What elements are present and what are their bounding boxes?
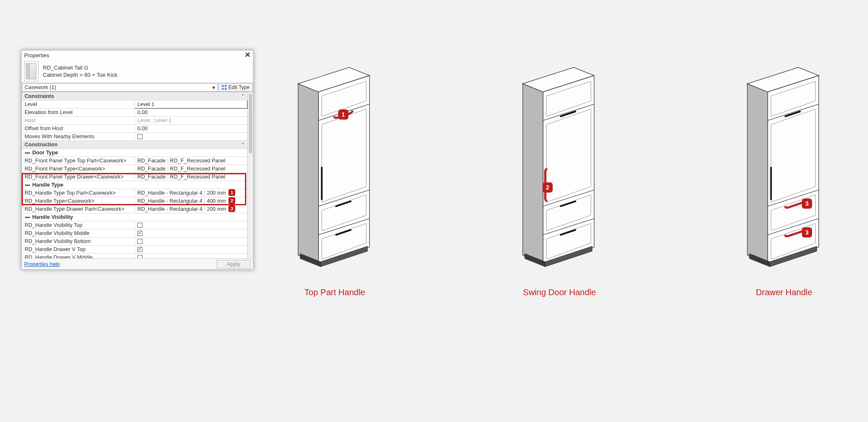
subheader-handle-type: Handle Type (22, 181, 248, 189)
edit-type-button[interactable]: Edit Type (219, 83, 253, 92)
prop-label: RD_Handle Type Drawer Part<Casework> (22, 205, 135, 213)
prop-label: RD_Front Panel Type Top Part<Casework> (22, 157, 135, 165)
prop-label: RD_Handle Visibility Top (22, 221, 135, 229)
checkbox[interactable] (137, 223, 142, 228)
panel-title: Properties (24, 52, 49, 59)
group-construction[interactable]: Construction⌃ (22, 141, 248, 149)
checkbox[interactable] (137, 239, 142, 244)
prop-value[interactable]: 0.00 (135, 109, 248, 117)
edit-type-label: Edit Type (228, 84, 250, 90)
prop-value[interactable] (135, 221, 248, 229)
apply-button[interactable]: Apply (217, 260, 250, 268)
checkbox[interactable] (137, 255, 142, 259)
prop-label: Offset from Host (22, 125, 135, 133)
prop-label: Level (22, 101, 135, 109)
prop-label: RD_Handle Type Top Part<Casework> (22, 189, 135, 197)
cabinet-illustration-1 (280, 55, 390, 276)
properties-help-link[interactable]: Properties help (24, 261, 60, 267)
cabinet-illustration-3 (729, 55, 839, 276)
prop-value[interactable]: RD_Handle - Rectangular 4 : 400 mm2 (135, 197, 248, 205)
prop-label: RD_Handle Visibility Bottom (22, 238, 135, 246)
badge-3: 3 (228, 205, 235, 212)
prop-label: Elevation from Level (22, 109, 135, 117)
family-name: RD_Cabinet Tall G (43, 64, 117, 71)
subheader-door-type: Door Type (22, 149, 248, 157)
callout-3a: 3 (802, 198, 812, 209)
instance-filter-dropdown[interactable]: Casework (1) ▾ (22, 83, 218, 92)
badge-1: 1 (228, 189, 235, 196)
prop-label: RD_Handle Drawer V Top (22, 246, 135, 254)
prop-value[interactable]: RD_Handle - Rectangular 4 : 200 mm1 (135, 189, 248, 197)
prop-value[interactable] (135, 229, 248, 238)
prop-value[interactable]: RD_Facade : RD_F_Recessed Panel (135, 157, 248, 165)
prop-value[interactable]: 0.00 (135, 125, 248, 133)
prop-value[interactable]: Level 1 (135, 101, 248, 109)
prop-label: Moves With Nearby Elements (22, 133, 135, 141)
checkbox[interactable] (137, 231, 142, 236)
prop-label: RD_Front Panel Type<Casework> (22, 165, 135, 173)
callout-2: 2 (542, 182, 553, 193)
prop-value[interactable] (135, 246, 248, 254)
type-name: Cabinet Depth = 60 + Toe Kick (43, 71, 117, 78)
scrollbar[interactable] (248, 92, 253, 258)
type-thumbnail-icon (24, 61, 39, 81)
group-constraints[interactable]: Constraints⌃ (22, 92, 248, 101)
checkbox[interactable] (137, 247, 142, 252)
prop-value[interactable]: RD_Facade : RD_F_Recessed Panel (135, 173, 248, 181)
edit-type-icon (222, 85, 227, 90)
badge-2: 2 (228, 197, 235, 204)
prop-value[interactable] (135, 254, 248, 259)
properties-panel: Properties ✕ RD_Cabinet Tall G Cabinet D… (21, 50, 253, 270)
caption-drawer-handle: Drawer Handle (756, 288, 812, 297)
callout-1: 1 (338, 109, 348, 120)
prop-label: RD_Handle Type<Casework> (22, 197, 135, 205)
callout-3b: 3 (802, 227, 812, 238)
subheader-handle-visibility: Handle Visibility (22, 213, 248, 221)
caption-swing-door-handle: Swing Door Handle (523, 288, 596, 297)
prop-value: Level : Level 1 (135, 117, 248, 125)
checkbox[interactable] (137, 134, 142, 139)
prop-value[interactable]: RD_Handle - Rectangular 4 : 200 mm3 (135, 205, 248, 213)
prop-value[interactable]: RD_Facade : RD_F_Recessed Panel (135, 165, 248, 173)
prop-value[interactable] (135, 238, 248, 246)
type-selector[interactable]: RD_Cabinet Tall G Cabinet Depth = 60 + T… (22, 60, 253, 83)
prop-label: RD_Front Panel Type Drawer<Casework> (22, 173, 135, 181)
prop-label: Host (22, 117, 135, 125)
property-grid: Constraints⌃ LevelLevel 1 Elevation from… (22, 92, 253, 258)
prop-value[interactable] (135, 133, 248, 141)
prop-label: RD_Handle Drawer V Middle (22, 254, 135, 259)
close-icon[interactable]: ✕ (245, 52, 250, 58)
prop-label: RD_Handle Visibility Middle (22, 229, 135, 238)
cabinet-illustration-2 (504, 55, 615, 276)
instance-filter-label: Casework (1) (25, 84, 56, 90)
caption-top-part-handle: Top Part Handle (304, 288, 365, 297)
chevron-down-icon: ▾ (212, 84, 215, 91)
scrollbar-thumb[interactable] (249, 94, 252, 153)
